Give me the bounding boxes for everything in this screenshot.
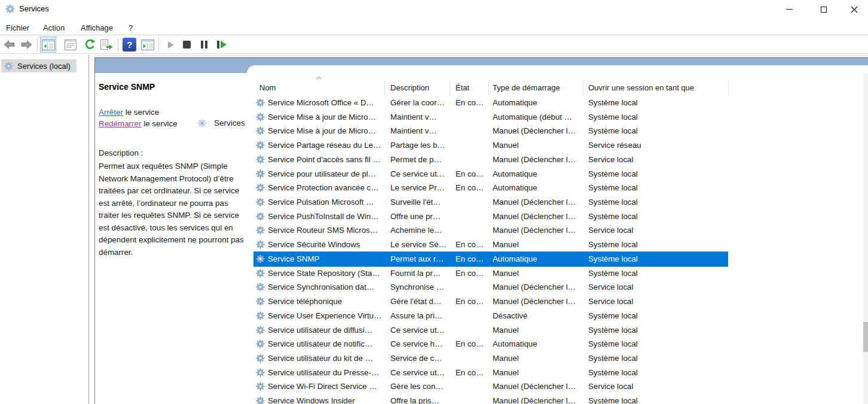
cell-etat: En co… [456,183,484,192]
cell-etat: En co… [456,269,484,278]
stop-service-button[interactable] [179,37,195,53]
stop-service-link-line: Arrêter le service [99,107,178,118]
cell-description: Gérer la coor… [390,98,445,107]
table-row[interactable]: Service Routeur SMS Micros…Achemine le…M… [253,223,728,238]
menu-affichage[interactable]: Affichage [78,22,115,34]
column-resize-handle[interactable] [488,80,489,95]
toolbar-separator [158,38,159,51]
cell-nom: Service State Repository (Sta… [268,269,380,278]
cell-nom: Service pour utilisateur de pl… [268,169,376,178]
menu-bar: Fichier Action Affichage ? [0,19,868,35]
menu-fichier[interactable]: Fichier [4,22,32,34]
table-row[interactable]: Service Mise à jour de Micro…Maintient v… [253,124,728,138]
cell-etat: En co… [456,98,484,107]
maximize-button[interactable] [810,0,838,19]
help-button[interactable]: ? [121,37,137,53]
play-icon [167,41,175,49]
show-action-pane-button[interactable] [139,37,155,53]
cell-etat: En co… [456,368,484,377]
cell-description: Ce service ut… [390,169,445,178]
forward-arrow-icon [20,40,33,49]
table-row[interactable]: Service Windows InsiderOffre la pris…Man… [253,394,728,404]
cell-type-demarrage: Manuel [493,240,519,249]
cell-description: Assure la pri… [390,311,442,320]
column-resize-handle[interactable] [583,80,583,95]
table-row[interactable]: Service pour utilisateur de pl…Ce servic… [253,167,728,181]
service-gear-icon [256,269,265,278]
start-service-button[interactable] [163,37,179,53]
table-row[interactable]: Service utilisateur du Presse-…Ce servic… [253,366,728,380]
close-button[interactable] [841,0,868,19]
table-row[interactable]: Service PushToInstall de Win…Offre une p… [253,209,728,224]
cell-etat: En co… [456,254,484,263]
minimize-button[interactable] [775,0,803,19]
table-row[interactable]: Service SNMPPermet aux r…En co…Automatiq… [253,252,728,266]
table-row[interactable]: Service Sécurité WindowsLe service Sé…En… [253,238,728,252]
table-row[interactable]: Service User Experience Virtu…Assure la … [253,309,728,323]
column-header-description[interactable]: Description [390,83,429,92]
service-gear-icon [256,326,265,335]
cell-nom: Service SNMP [268,254,319,263]
cell-description: Partage les b… [390,141,445,150]
refresh-button[interactable] [82,37,98,53]
properties-icon [65,40,77,50]
column-resize-handle[interactable] [728,80,729,95]
service-gear-icon [256,297,265,306]
service-table: Service Microsoft Office « D…Gérer la co… [253,96,728,404]
export-list-button[interactable] [99,37,115,53]
cell-type-demarrage: Manuel (Déclencher l… [493,382,576,391]
table-row[interactable]: Service State Repository (Sta…Fournit la… [253,266,728,281]
back-button[interactable] [1,37,17,53]
vertical-scrollbar-track[interactable] [863,74,868,404]
service-gear-icon [256,339,265,348]
restart-service-link[interactable]: Redémarrer [99,119,141,128]
cell-etat: En co… [456,297,484,306]
table-row[interactable]: Service Partage réseau du Le…Partage les… [253,138,728,153]
restart-icon [217,41,227,48]
properties-button[interactable] [62,37,78,53]
table-row[interactable]: Service téléphoniqueGère l'état d…En co…… [253,294,728,309]
table-row[interactable]: Service utilisateur du kit de …Service d… [253,351,728,366]
column-resize-handle[interactable] [384,80,385,95]
column-header-nom[interactable]: Nom [259,83,276,92]
forward-button[interactable] [19,37,35,53]
column-resize-handle[interactable] [450,80,450,95]
cell-type-demarrage: Manuel [493,368,519,377]
table-row[interactable]: Service Microsoft Office « D…Gérer la co… [253,96,728,110]
cell-session: Système local [588,198,638,206]
column-header-session[interactable]: Ouvrir une session en tant que [588,83,694,92]
console-tree-icon [42,40,55,50]
service-gear-icon [256,141,265,150]
table-row[interactable]: Service Synchronisation dat…Synchronise … [253,280,728,294]
cell-session: Système local [588,326,638,335]
cell-session: Service local [588,382,633,391]
pause-service-button[interactable] [196,37,212,53]
tree-item-services-local[interactable]: Services (local) [1,59,77,72]
menu-help[interactable]: ? [126,22,135,34]
vertical-scrollbar-thumb[interactable] [863,322,868,352]
table-row[interactable]: Service utilisateur de notific…Ce servic… [253,337,728,351]
cell-description: Surveille l'ét… [390,198,441,206]
show-console-tree-button[interactable] [40,37,56,53]
table-row[interactable]: Service Pulsation Microsoft …Surveille l… [253,195,728,209]
column-header-type-demarrage[interactable]: Type de démarrage [493,83,560,92]
service-gear-icon [256,283,265,291]
table-row[interactable]: Service Mise à jour de Micro…Maintient v… [253,110,728,124]
column-header-etat[interactable]: État [456,83,469,92]
table-row[interactable]: Service utilisateur de diffusi…Ce servic… [253,323,728,338]
cell-type-demarrage: Manuel (Déclencher l… [493,396,576,404]
maximize-icon [821,7,827,13]
table-row[interactable]: Service Point d'accès sans fil …Permet d… [253,153,728,167]
service-gear-icon [256,212,265,221]
table-row[interactable]: Service Protection avancée c…Le service … [253,181,728,195]
menu-action[interactable]: Action [41,22,67,34]
table-row[interactable]: Service Wi-Fi Direct Service …Gère les c… [253,379,728,394]
stop-service-link[interactable]: Arrêter [99,108,123,117]
cell-session: Système local [588,126,638,135]
cell-type-demarrage: Manuel (Déclencher l… [493,283,576,291]
restart-service-button[interactable] [213,37,230,53]
cell-etat: En co… [456,339,484,348]
services-gear-icon [5,4,15,14]
service-gear-icon [256,311,265,320]
service-gear-icon [256,354,265,363]
